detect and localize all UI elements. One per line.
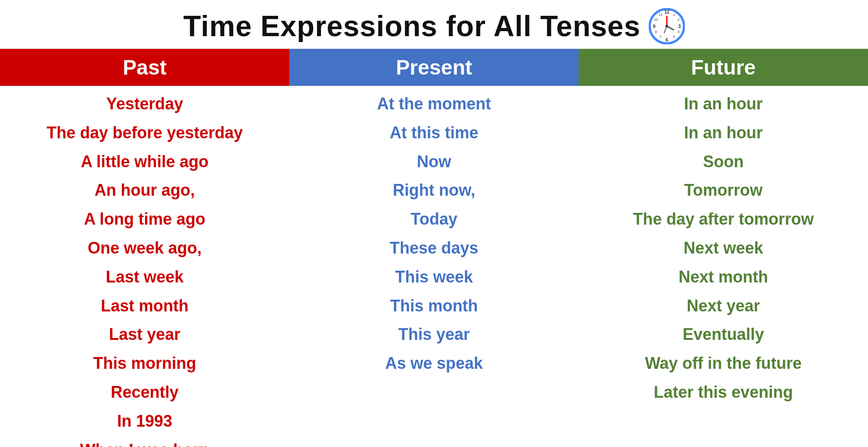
svg-text:4: 4 bbox=[678, 30, 680, 34]
term-present: As we speak bbox=[385, 349, 483, 378]
term-past: Last year bbox=[109, 320, 180, 349]
term-past: Recently bbox=[111, 378, 179, 407]
term-future: Next year bbox=[687, 292, 760, 320]
svg-text:2: 2 bbox=[678, 18, 680, 22]
headers-row: Past Present Future bbox=[0, 49, 868, 86]
svg-text:11: 11 bbox=[658, 13, 662, 17]
svg-point-17 bbox=[665, 25, 668, 28]
term-past: An hour ago, bbox=[94, 176, 195, 205]
term-future: Eventually bbox=[683, 320, 764, 349]
svg-text:8: 8 bbox=[655, 30, 657, 34]
header-present: Present bbox=[289, 49, 579, 86]
term-future: Later this evening bbox=[654, 378, 793, 407]
term-present: This week bbox=[395, 263, 473, 292]
term-future: In an hour bbox=[684, 118, 763, 147]
term-future: Tomorrow bbox=[684, 176, 762, 205]
header-future: Future bbox=[579, 49, 868, 86]
content-row: YesterdayThe day before yesterdayA littl… bbox=[0, 86, 868, 447]
col-present: At the momentAt this timeNowRight now,To… bbox=[289, 86, 579, 447]
term-past: Last week bbox=[106, 263, 184, 292]
term-past: When I was born bbox=[80, 436, 209, 447]
term-past: A little while ago bbox=[81, 147, 209, 176]
col-past: YesterdayThe day before yesterdayA littl… bbox=[0, 86, 289, 447]
clock-icon: 12 3 6 9 1 2 4 5 7 8 10 11 bbox=[649, 8, 685, 44]
svg-text:1: 1 bbox=[673, 13, 675, 17]
term-past: In 1993 bbox=[117, 407, 172, 436]
header-past: Past bbox=[0, 49, 289, 86]
term-past: The day before yesterday bbox=[47, 118, 243, 147]
term-present: At this time bbox=[390, 118, 478, 147]
term-present: This month bbox=[390, 292, 478, 320]
svg-text:10: 10 bbox=[654, 18, 658, 22]
term-past: Yesterday bbox=[106, 89, 183, 118]
term-future: Next month bbox=[679, 263, 768, 292]
term-future: Next week bbox=[684, 234, 763, 263]
col-future: In an hourIn an hourSoonTomorrowThe day … bbox=[579, 86, 868, 447]
term-present: These days bbox=[390, 234, 478, 263]
term-present: Right now, bbox=[393, 176, 476, 205]
term-present: This year bbox=[398, 320, 470, 349]
svg-text:6: 6 bbox=[665, 38, 668, 42]
page-wrapper: Time Expressions for All Tenses 12 3 6 9… bbox=[0, 0, 868, 447]
term-future: In an hour bbox=[684, 89, 763, 118]
svg-text:3: 3 bbox=[678, 24, 681, 29]
term-present: Now bbox=[417, 147, 451, 176]
term-past: This morning bbox=[93, 349, 196, 378]
term-future: The day after tomorrow bbox=[633, 205, 814, 234]
term-future: Way off in the future bbox=[645, 349, 802, 378]
svg-text:9: 9 bbox=[653, 24, 656, 29]
term-past: Last month bbox=[101, 292, 189, 320]
main-title: Time Expressions for All Tenses bbox=[183, 9, 641, 43]
term-present: At the moment bbox=[377, 89, 491, 118]
term-present: Today bbox=[410, 205, 457, 234]
svg-text:7: 7 bbox=[660, 35, 662, 39]
term-future: Soon bbox=[703, 147, 744, 176]
svg-text:12: 12 bbox=[664, 9, 670, 14]
svg-text:5: 5 bbox=[673, 35, 675, 39]
term-past: A long time ago bbox=[84, 205, 206, 234]
term-past: One week ago, bbox=[88, 234, 202, 263]
title-area: Time Expressions for All Tenses 12 3 6 9… bbox=[0, 0, 868, 49]
